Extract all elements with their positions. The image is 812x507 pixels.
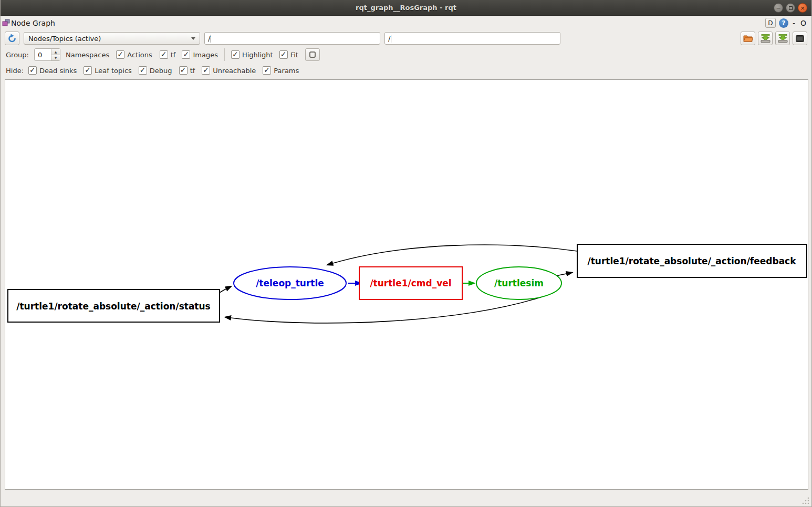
- checkbox-icon: [279, 50, 288, 59]
- status-label: /turtle1/rotate_absolute/_action/status: [16, 301, 210, 312]
- checkbox-actions-label: Actions: [127, 51, 152, 59]
- checkbox-icon: [182, 50, 190, 59]
- spin-down-icon[interactable]: ▼: [51, 55, 60, 61]
- graph-type-value: Nodes/Topics (active): [28, 35, 188, 43]
- plugin-title: Node Graph: [11, 19, 55, 27]
- screenshot-icon: [795, 35, 805, 43]
- toolbar-separator: [224, 48, 225, 61]
- filter-row-main: Group: 0 ▲ ▼ Namespaces Actions tf Image…: [1, 47, 811, 63]
- edge-status-to-teleop: [220, 289, 226, 293]
- edge-turtlesim-to-status: [231, 297, 542, 323]
- checkbox-tf[interactable]: tf: [160, 50, 176, 59]
- graph-canvas[interactable]: /teleop_turtle /turtle1/cmd_vel /turtles…: [5, 79, 808, 490]
- graph-toolbar: Nodes/Topics (active) / /: [1, 30, 811, 47]
- resize-grip-icon[interactable]: [801, 496, 810, 505]
- edge-feedback-to-teleop: [333, 245, 577, 263]
- checkbox-params[interactable]: Params: [263, 66, 299, 75]
- minimize-window-icon[interactable]: −: [774, 3, 783, 13]
- checkbox-dead-sinks-label: Dead sinks: [39, 67, 77, 75]
- dock-float-button[interactable]: O: [799, 19, 807, 27]
- checkbox-icon: [28, 66, 37, 75]
- node-turtle1-cmd-vel[interactable]: /turtle1/cmd_vel: [359, 267, 462, 299]
- checkbox-images-label: Images: [193, 51, 218, 59]
- node-filter-value: /: [208, 35, 210, 43]
- checkbox-icon: [139, 66, 147, 75]
- feedback-label: /turtle1/rotate_absolute/_action/feedbac…: [587, 256, 796, 266]
- checkbox-tf-label: tf: [171, 51, 176, 59]
- checkbox-icon: [202, 66, 210, 75]
- namespaces-label: Namespaces: [66, 51, 109, 59]
- save-dot-button[interactable]: [758, 32, 773, 45]
- checkbox-icon: [116, 50, 124, 59]
- node-teleop-turtle[interactable]: /teleop_turtle: [234, 267, 346, 299]
- checkbox-hide-tf[interactable]: tf: [179, 66, 195, 75]
- load-dot-button[interactable]: [741, 32, 755, 45]
- maximize-square-glyph: [789, 6, 793, 10]
- maximize-window-icon[interactable]: [786, 3, 795, 13]
- checkbox-params-label: Params: [274, 67, 299, 75]
- refresh-button[interactable]: [5, 32, 19, 45]
- checkbox-icon: [84, 66, 92, 75]
- checkbox-images[interactable]: Images: [182, 50, 218, 59]
- group-label: Group:: [6, 51, 29, 59]
- dock-detach-button[interactable]: D: [765, 18, 776, 28]
- checkbox-icon: [179, 66, 188, 75]
- checkbox-fit[interactable]: Fit: [279, 50, 298, 59]
- node-rotate-absolute-status[interactable]: /turtle1/rotate_absolute/_action/status: [8, 289, 220, 322]
- node-turtlesim[interactable]: /turtlesim: [476, 267, 561, 299]
- save-image-button[interactable]: [775, 32, 790, 45]
- node-rotate-absolute-feedback[interactable]: /turtle1/rotate_absolute/_action/feedbac…: [577, 244, 807, 277]
- refresh-icon: [7, 34, 17, 43]
- turtlesim-label: /turtlesim: [494, 278, 544, 288]
- close-window-icon[interactable]: ×: [798, 3, 807, 13]
- filter-row-hide: Hide: Dead sinks Leaf topics Debug tf Un…: [1, 63, 811, 78]
- spin-up-icon[interactable]: ▲: [51, 49, 60, 55]
- teleop-turtle-label: /teleop_turtle: [256, 278, 324, 288]
- window-titlebar[interactable]: rqt_graph__RosGraph - rqt − ×: [1, 0, 811, 16]
- node-filter-input[interactable]: /: [204, 32, 380, 45]
- dock-minimize-button[interactable]: -: [792, 19, 796, 27]
- status-bar: [1, 490, 811, 506]
- chevron-down-icon: [191, 37, 195, 40]
- checkbox-leaf-topics[interactable]: Leaf topics: [84, 66, 132, 75]
- help-icon[interactable]: ?: [779, 18, 788, 28]
- checkbox-highlight-label: Highlight: [242, 51, 273, 59]
- hide-label: Hide:: [6, 67, 24, 75]
- checkbox-hide-tf-label: tf: [190, 67, 195, 75]
- fit-in-view-button[interactable]: [305, 48, 320, 61]
- window-title: rqt_graph__RosGraph - rqt: [356, 4, 456, 12]
- checkbox-icon: [231, 50, 240, 59]
- checkbox-fit-label: Fit: [290, 51, 298, 59]
- text-cursor: [391, 35, 391, 43]
- checkbox-unreachable[interactable]: Unreachable: [202, 66, 256, 75]
- checkbox-leaf-topics-label: Leaf topics: [95, 67, 132, 75]
- node-graph-svg: /teleop_turtle /turtle1/cmd_vel /turtles…: [5, 80, 809, 490]
- checkbox-debug[interactable]: Debug: [139, 66, 172, 75]
- screenshot-button[interactable]: [793, 32, 807, 45]
- cmd-vel-label: /turtle1/cmd_vel: [370, 278, 451, 288]
- graph-type-select[interactable]: Nodes/Topics (active): [24, 32, 200, 45]
- checkbox-icon: [160, 50, 168, 59]
- checkbox-icon: [263, 66, 271, 75]
- text-cursor: [211, 35, 211, 43]
- plugin-titlebar: Node Graph D ? - O: [1, 16, 811, 30]
- save-image-icon: [778, 34, 788, 43]
- checkbox-dead-sinks[interactable]: Dead sinks: [28, 66, 77, 75]
- topic-filter-value: /: [388, 35, 390, 43]
- node-graph-plugin-icon: [2, 19, 10, 27]
- topic-filter-input[interactable]: /: [384, 32, 560, 45]
- checkbox-actions[interactable]: Actions: [116, 50, 152, 59]
- group-spinner[interactable]: 0 ▲ ▼: [34, 48, 60, 61]
- checkbox-highlight[interactable]: Highlight: [231, 50, 273, 59]
- save-dot-icon: [761, 34, 771, 43]
- fit-view-icon: [309, 51, 316, 58]
- group-value: 0: [35, 49, 51, 60]
- open-folder-icon: [743, 34, 753, 43]
- checkbox-debug-label: Debug: [150, 67, 172, 75]
- checkbox-unreachable-label: Unreachable: [213, 67, 256, 75]
